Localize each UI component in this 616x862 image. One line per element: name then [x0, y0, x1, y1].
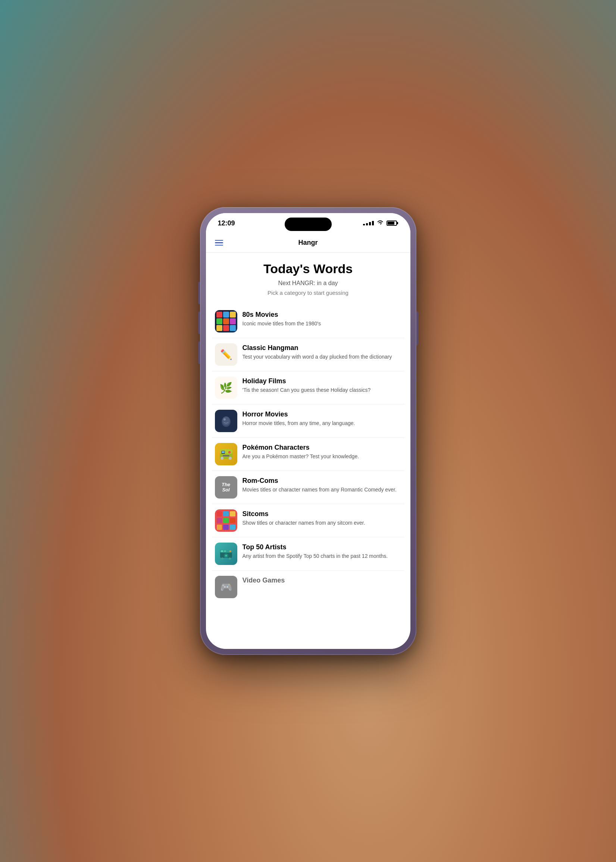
category-item-sitcoms[interactable]: Sitcoms Show titles or character names f… — [212, 504, 404, 537]
nav-bar: Hangr — [206, 233, 410, 253]
category-thumb-80s-movies — [215, 310, 237, 332]
svg-point-19 — [221, 557, 223, 560]
category-desc-pokemon: Are you a Pokémon master? Test your know… — [242, 453, 401, 461]
svg-point-20 — [229, 557, 231, 560]
svg-rect-18 — [229, 551, 231, 552]
category-info-holiday-films: Holiday Films 'Tis the season! Can you g… — [242, 376, 401, 394]
category-desc-romcoms: Movies titles or character names from an… — [242, 486, 401, 494]
nav-title: Hangr — [298, 239, 317, 247]
svg-point-15 — [225, 555, 227, 557]
wifi-icon — [377, 220, 383, 227]
category-thumb-classic-hangman: ✏️ — [215, 343, 237, 366]
category-name-holiday-films: Holiday Films — [242, 377, 401, 385]
category-name-pokemon: Pokémon Characters — [242, 444, 401, 451]
category-item-romcoms[interactable]: TheSol Rom-Coms Movies titles or charact… — [212, 471, 404, 504]
category-info-pokemon: Pokémon Characters Are you a Pokémon mas… — [242, 443, 401, 461]
category-info-sitcoms: Sitcoms Show titles or character names f… — [242, 510, 401, 527]
category-desc-80s-movies: Iconic movie titles from the 1980's — [242, 320, 401, 328]
phone-device: 12:09 — [200, 207, 416, 655]
battery-icon — [387, 220, 397, 226]
status-bar: 12:09 — [206, 213, 410, 233]
category-thumb-pokemon — [215, 443, 237, 465]
svg-point-11 — [229, 457, 232, 460]
svg-rect-17 — [224, 551, 226, 552]
category-item-classic-hangman[interactable]: ✏️ Classic Hangman Test your vocabulary … — [212, 338, 404, 371]
category-info-80s-movies: 80s Movies Iconic movie titles from the … — [242, 310, 401, 328]
category-info-classic-hangman: Classic Hangman Test your vocabulary wit… — [242, 343, 401, 361]
category-name-horror-movies: Horror Movies — [242, 411, 401, 418]
category-list: 80s Movies Iconic movie titles from the … — [206, 305, 410, 603]
category-desc-horror-movies: Horror movie titles, from any time, any … — [242, 420, 401, 427]
svg-rect-16 — [221, 551, 223, 552]
category-name-sitcoms: Sitcoms — [242, 510, 401, 518]
next-hangr-text: Next HANGR: in a day — [215, 280, 401, 286]
dynamic-island — [285, 217, 332, 231]
category-name-videogames: Video Games — [242, 577, 401, 584]
category-desc-top50artists: Any artist from the Spotify Top 50 chart… — [242, 553, 401, 560]
svg-rect-9 — [223, 455, 229, 456]
category-thumb-top50artists — [215, 543, 237, 565]
category-item-holiday-films[interactable]: 🌿 Holiday Films 'Tis the season! Can you… — [212, 371, 404, 404]
category-info-romcoms: Rom-Coms Movies titles or character name… — [242, 476, 401, 494]
category-name-80s-movies: 80s Movies — [242, 311, 401, 319]
category-name-romcoms: Rom-Coms — [242, 477, 401, 485]
category-info-videogames: Video Games — [242, 576, 401, 586]
hamburger-menu-icon[interactable] — [215, 240, 223, 246]
category-item-videogames[interactable]: 🎮 Video Games — [212, 571, 404, 603]
category-name-classic-hangman: Classic Hangman — [242, 344, 401, 352]
phone-screen: 12:09 — [206, 213, 410, 649]
category-thumb-sitcoms — [215, 510, 237, 532]
category-info-horror-movies: Horror Movies Horror movie titles, from … — [242, 410, 401, 427]
category-thumb-horror-movies — [215, 410, 237, 432]
category-item-horror-movies[interactable]: Horror Movies Horror movie titles, from … — [212, 404, 404, 438]
svg-point-8 — [229, 452, 230, 453]
page-header: Today's Words Next HANGR: in a day Pick … — [206, 253, 410, 305]
category-info-top50artists: Top 50 Artists Any artist from the Spoti… — [242, 543, 401, 560]
category-item-top50artists[interactable]: Top 50 Artists Any artist from the Spoti… — [212, 537, 404, 571]
scroll-content[interactable]: Today's Words Next HANGR: in a day Pick … — [206, 253, 410, 649]
category-thumb-holiday-films: 🌿 — [215, 376, 237, 399]
category-desc-classic-hangman: Test your vocabulary with word a day plu… — [242, 353, 401, 361]
svg-point-10 — [220, 457, 223, 460]
status-icons — [363, 220, 397, 227]
signal-icon — [363, 221, 374, 225]
category-item-80s-movies[interactable]: 80s Movies Iconic movie titles from the … — [212, 305, 404, 338]
category-desc-holiday-films: 'Tis the season! Can you guess these Hol… — [242, 387, 401, 394]
category-thumb-romcoms: TheSol — [215, 476, 237, 499]
category-thumb-videogames: 🎮 — [215, 576, 237, 598]
svg-rect-6 — [222, 451, 225, 453]
category-desc-sitcoms: Show titles or character names from any … — [242, 519, 401, 527]
status-time: 12:09 — [218, 219, 235, 227]
pick-category-text: Pick a category to start guessing — [215, 289, 401, 296]
svg-point-2 — [223, 418, 226, 420]
svg-point-1 — [222, 417, 230, 425]
page-title: Today's Words — [215, 261, 401, 276]
category-item-pokemon[interactable]: Pokémon Characters Are you a Pokémon mas… — [212, 438, 404, 471]
category-name-top50artists: Top 50 Artists — [242, 543, 401, 551]
